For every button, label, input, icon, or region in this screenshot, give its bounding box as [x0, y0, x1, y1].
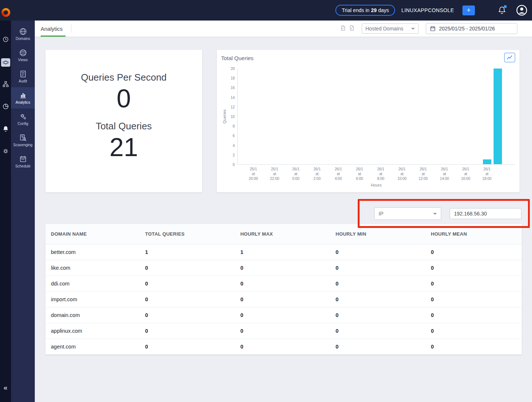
stats-card: Queries Per Second 0 Total Queries 21	[45, 50, 202, 192]
value-cell: 0	[236, 339, 331, 354]
x-tick-label: 26/1 at 18:00	[482, 167, 491, 181]
svg-text:P: P	[342, 27, 343, 30]
qps-value: 0	[45, 85, 202, 113]
table-body: better.com1100like.com0000ddi.com0000imp…	[45, 244, 522, 354]
value-cell: 0	[236, 260, 331, 276]
value-cell: 0	[141, 339, 236, 354]
value-cell: 0	[331, 244, 427, 260]
y-tick-label: 8	[232, 124, 235, 128]
topology-icon[interactable]	[2, 81, 9, 89]
value-cell: 0	[427, 260, 522, 276]
x-axis-title: Hours	[237, 183, 515, 187]
domain-cell: import.com	[45, 291, 141, 307]
bar-chart-icon	[19, 91, 27, 99]
pie-chart-icon[interactable]	[2, 103, 9, 111]
add-button[interactable]: +	[462, 5, 475, 15]
table-row[interactable]: applinux.com0000	[45, 323, 522, 339]
line-chart-icon	[506, 54, 513, 61]
y-tick-label: 16	[231, 86, 235, 90]
table-row[interactable]: like.com0000	[45, 260, 522, 276]
sidebar-item-audit[interactable]: Audit	[11, 66, 35, 87]
collapse-sidebar-icon[interactable]: «	[4, 384, 8, 391]
export-xlsx-icon[interactable]: X	[349, 25, 354, 33]
domain-cell: agent.com	[45, 339, 141, 354]
settings-gear-icon[interactable]	[2, 148, 9, 156]
chart-bar[interactable]	[494, 69, 502, 164]
x-tick-label: 26/1 at 8:00	[377, 167, 384, 181]
x-tick-label: 26/1 at 0:00	[292, 167, 299, 181]
value-cell: 1	[236, 244, 331, 260]
y-tick-label: 4	[232, 143, 235, 147]
export-pdf-icon[interactable]: P	[340, 25, 346, 33]
app-logo-icon[interactable]	[1, 8, 10, 17]
col-hourly-min[interactable]: HOURLY MIN	[331, 224, 427, 244]
chart-bar[interactable]	[483, 159, 491, 164]
x-tick-label: 26/1 at 6:00	[356, 167, 363, 181]
main-area: Queries Per Second 0 Total Queries 21 To…	[35, 37, 532, 402]
y-tick-label: 6	[232, 134, 235, 138]
y-tick-label: 12	[231, 105, 235, 109]
hosted-domains-select[interactable]: Hosted Domains	[362, 23, 418, 34]
domain-cell: ddi.com	[45, 276, 141, 291]
y-tick-label: 0	[232, 163, 235, 167]
col-hourly-max[interactable]: HOURLY MAX	[236, 224, 331, 244]
sidebar-item-schedule[interactable]: Schedule	[11, 151, 35, 172]
tab-analytics[interactable]: Analytics	[41, 21, 66, 37]
value-cell: 0	[141, 307, 236, 323]
value-cell: 0	[141, 323, 236, 339]
value-cell: 0	[236, 291, 331, 307]
history-icon[interactable]	[2, 36, 9, 44]
domains-table-card: DOMAIN NAME TOTAL QUERIES HOURLY MAX HOU…	[45, 224, 522, 355]
filter-row: IP	[374, 207, 521, 220]
sidebar-item-views[interactable]: Views	[11, 45, 35, 66]
value-cell: 0	[427, 307, 522, 323]
svg-text:X: X	[351, 27, 352, 30]
value-cell: 0	[427, 244, 522, 260]
value-cell: 0	[331, 291, 427, 307]
col-hourly-mean[interactable]: HOURLY MEAN	[427, 224, 522, 244]
domain-cell: like.com	[45, 260, 141, 276]
table-row[interactable]: domain.com0000	[45, 307, 522, 323]
total-queries-label: Total Queries	[45, 121, 202, 132]
y-tick-label: 18	[231, 76, 235, 80]
sidebar-item-scavenging[interactable]: Scavenging	[11, 130, 35, 151]
filter-type-select[interactable]: IP	[374, 207, 441, 220]
domain-cell: applinux.com	[45, 323, 141, 339]
domains-table: DOMAIN NAME TOTAL QUERIES HOURLY MAX HOU…	[45, 224, 522, 355]
notifications-bell-icon[interactable]	[498, 6, 506, 15]
total-queries-value: 21	[45, 134, 202, 161]
dns-app-icon[interactable]	[1, 58, 10, 67]
user-avatar-icon[interactable]	[516, 4, 528, 16]
date-range-picker[interactable]: 2025/01/25 - 2025/01/26	[426, 23, 517, 34]
table-row[interactable]: import.com0000	[45, 291, 522, 307]
value-cell: 0	[236, 307, 331, 323]
value-cell: 1	[141, 244, 236, 260]
domain-cell: domain.com	[45, 307, 141, 323]
table-header-row: DOMAIN NAME TOTAL QUERIES HOURLY MAX HOU…	[45, 224, 522, 244]
chart-type-toggle-button[interactable]	[504, 53, 515, 62]
trial-badge[interactable]: Trial ends in 29 days	[335, 5, 395, 16]
table-row[interactable]: ddi.com0000	[45, 276, 522, 291]
filter-value-input[interactable]	[450, 208, 521, 219]
value-cell: 0	[331, 339, 427, 354]
x-tick-label: 26/1 at 2:00	[313, 167, 320, 181]
audit-document-icon	[19, 70, 27, 78]
sidebar-item-domains[interactable]: Domains	[11, 23, 35, 45]
chart-x-ticks: 25/1 at 20:0025/1 at 22:0026/1 at 0:0026…	[237, 165, 515, 182]
y-tick-label: 20	[231, 67, 235, 71]
y-axis-title: Queries	[221, 69, 228, 165]
value-cell: 0	[141, 276, 236, 291]
sidebar-item-analytics[interactable]: Analytics	[11, 87, 35, 108]
views-globe-icon	[19, 49, 27, 57]
alerts-bell-icon[interactable]	[2, 125, 9, 134]
chart-plot	[237, 69, 515, 165]
table-row[interactable]: better.com1100	[45, 244, 522, 260]
sidebar-item-config[interactable]: Config	[11, 108, 35, 130]
sidebar: Domains Views Audit Analytics Config Sca…	[11, 21, 35, 402]
calendar-icon	[430, 26, 436, 32]
value-cell: 0	[427, 291, 522, 307]
table-row[interactable]: agent.com0000	[45, 339, 522, 354]
col-domain-name[interactable]: DOMAIN NAME	[45, 224, 141, 244]
col-total-queries[interactable]: TOTAL QUERIES	[141, 224, 236, 244]
app-window: Trial ends in 29 days LINUXAPPCONSOLE +	[0, 0, 532, 402]
